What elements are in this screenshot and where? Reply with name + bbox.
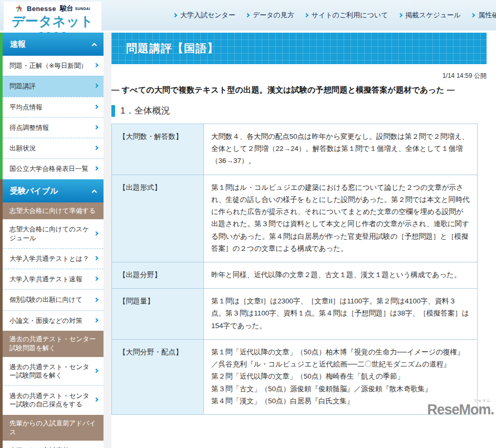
sidebar-item-acceptance-dates[interactable]: 国公立大学合格発表日一覧	[3, 158, 104, 179]
chevron-right-icon	[94, 104, 98, 108]
sidebar-subheader-senpai-advice: 先輩からの入試直前アドバイス	[3, 415, 104, 441]
sundai-logo: 駿台 SUNDAI	[60, 4, 90, 13]
row-label-cell: 【大問数・解答数】	[112, 124, 204, 175]
sidebar-item-questions-answers[interactable]: 問題・正解（※毎日新聞）	[3, 56, 104, 76]
sidebar-section-sokuho: 速報 問題・正解（※毎日新聞） 問題講評 平均点情報 得点調整情報 出願状況	[0, 33, 104, 179]
site-logo[interactable]: Benesse 駿台 SUNDAI データネット2023	[4, 2, 101, 30]
chevron-right-icon	[94, 63, 98, 67]
row-label-cell: 【問題量】	[112, 289, 204, 340]
row-label-cell: 【出題分野】	[112, 262, 204, 288]
sidebar-item-application-status[interactable]: 出願状況	[3, 138, 104, 158]
overview-table: 【大問数・解答数】 大問数４、各大問の配点50点は昨年から変更なし。設問数は第２…	[111, 124, 478, 415]
table-row: 【出題分野】 昨年と同様、近代以降の文章２題、古文１題、漢文１題という構成であっ…	[112, 262, 478, 288]
table-row: 【問題量】 第１問は［文章I］は2300字、［文章II］は1100字。第２問は4…	[112, 289, 478, 340]
sidebar-item-essay-interview-prep[interactable]: 小論文・面接などの対策	[3, 310, 104, 331]
chevron-right-icon	[94, 369, 98, 373]
chevron-right-icon	[398, 13, 402, 17]
sidebar-section-header-sokuho[interactable]: 速報	[3, 33, 104, 56]
page-title-banner: 問題講評【国語】	[111, 33, 487, 64]
page: Benesse 駿台 SUNDAI データネット2023 大学入試センター デー…	[0, 0, 496, 448]
section-accent-bar	[111, 105, 115, 117]
nav-item-attribute-check[interactable]: 属性確認	[466, 11, 496, 20]
headline: ― すべての大問で複数テキスト型の出題。漢文は試験の予想問題と模擬答案が題材であ…	[111, 85, 487, 95]
section-title: 1．全体概況	[120, 105, 170, 117]
sidebar-item-individual-exam-application[interactable]: 個別試験の出願に向けて	[3, 289, 104, 310]
resemom-watermark: リセマム ReseMom.	[427, 399, 494, 417]
chevron-right-icon	[94, 297, 98, 301]
sidebar-item-kyotsu-test-flash[interactable]: 大学入学共通テスト速報	[3, 269, 104, 289]
chevron-up-icon	[92, 189, 97, 195]
table-row: 【大問分野・配点】 第１問「近代以降の文章」（50点）柏木博『視覚の生命力──イ…	[112, 339, 478, 414]
section-heading: 1．全体概況	[111, 105, 487, 117]
row-label-cell: 【大問分野・配点】	[112, 339, 204, 414]
chevron-right-icon	[94, 398, 98, 402]
sidebar-item-self-scoring[interactable]: 過去の共通テスト・センター試験の自己採点をする	[3, 385, 104, 415]
nav-item-schedule[interactable]: 掲載スケジュール	[394, 11, 467, 20]
row-content-cell: 大問数４、各大問の配点50点は昨年から変更なし。設問数は第２問で２問増え、全体と…	[204, 124, 478, 175]
row-content-cell: 昨年と同様、近代以降の文章２題、古文１題、漢文１題という構成であった。	[204, 262, 478, 288]
chevron-right-icon	[304, 13, 308, 17]
sidebar-item-problem-review[interactable]: 問題講評	[3, 76, 104, 96]
chevron-right-icon	[173, 13, 177, 17]
row-content-cell: 第１問は［文章I］は2300字、［文章II］は1100字。第２問は4100字、資…	[204, 289, 478, 340]
overview-table-wrap: 【大問数・解答数】 大問数４、各大問の配点50点は昨年から変更なし。設問数は第２…	[111, 124, 487, 415]
sidebar-item-schedule-for-success[interactable]: 志望大合格に向けてのスケジュール	[3, 219, 104, 248]
chevron-right-icon	[94, 146, 98, 150]
chevron-right-icon	[245, 13, 250, 17]
table-row: 【大問数・解答数】 大問数４、各大問の配点50点は昨年から変更なし。設問数は第２…	[112, 124, 478, 175]
chevron-right-icon	[94, 231, 98, 235]
row-label-cell: 【出題形式】	[112, 175, 204, 262]
sidebar-subheader-prepare: 志望大合格に向けて準備する	[3, 202, 104, 220]
page-title: 問題講評【国語】	[111, 41, 219, 56]
sidebar-item-senpai-advice[interactable]: 先輩からの入試直前アドバイス	[3, 441, 104, 448]
chevron-right-icon	[94, 277, 98, 281]
chevron-right-icon	[94, 166, 98, 170]
nav-item-data-guide[interactable]: データの見方	[241, 11, 299, 20]
resemom-logo: ReseMom.	[427, 402, 494, 418]
sidebar-item-score-adjustment[interactable]: 得点調整情報	[3, 117, 104, 138]
main-content: 問題講評【国語】 1/14 14:59 公開 ― すべての大問で複数テキスト型の…	[111, 33, 487, 415]
table-row: 【出題形式】 第１問はル・コルビュジエの建築における窓について論じた２つの文章が…	[112, 175, 478, 262]
top-nav: 大学入試センター データの見方 サイトのご利用について 掲載スケジュール 属性確…	[168, 0, 490, 30]
sidebar-item-what-is-kyotsu-test[interactable]: 大学入学共通テストとは？	[3, 248, 104, 269]
nav-item-site-usage[interactable]: サイトのご利用について	[299, 11, 394, 20]
chevron-right-icon	[94, 84, 98, 88]
sidebar: 速報 問題・正解（※毎日新聞） 問題講評 平均点情報 得点調整情報 出願状況	[0, 33, 104, 448]
chevron-up-icon	[92, 43, 97, 48]
chevron-right-icon	[94, 256, 98, 260]
publish-date: 1/14 14:59 公開	[111, 72, 487, 80]
sidebar-section-bible: 受験バイブル 志望大合格に向けて準備する 志望大合格に向けてのスケジュール 大学…	[0, 179, 104, 448]
sidebar-item-average-score[interactable]: 平均点情報	[3, 97, 104, 117]
nav-item-exam-center[interactable]: 大学入試センター	[168, 11, 241, 20]
content-gutter	[104, 33, 111, 448]
chevron-right-icon	[471, 13, 475, 17]
sidebar-item-solve-past-problems[interactable]: 過去の共通テスト・センター試験問題を解く	[3, 357, 104, 386]
chevron-right-icon	[94, 125, 98, 129]
sidebar-section-header-bible[interactable]: 受験バイブル	[3, 179, 104, 202]
benesse-figure-icon	[15, 4, 23, 13]
sidebar-subheader-past-problems: 過去の共通テスト・センター試験問題を解く	[3, 331, 104, 357]
benesse-wordmark: Benesse	[27, 5, 56, 13]
chevron-right-icon	[94, 318, 98, 322]
row-content-cell: 第１問はル・コルビュジエの建築における窓について論じた２つの文章が示され、生徒の…	[204, 175, 478, 262]
top-band: Benesse 駿台 SUNDAI データネット2023 大学入試センター デー…	[0, 0, 496, 30]
